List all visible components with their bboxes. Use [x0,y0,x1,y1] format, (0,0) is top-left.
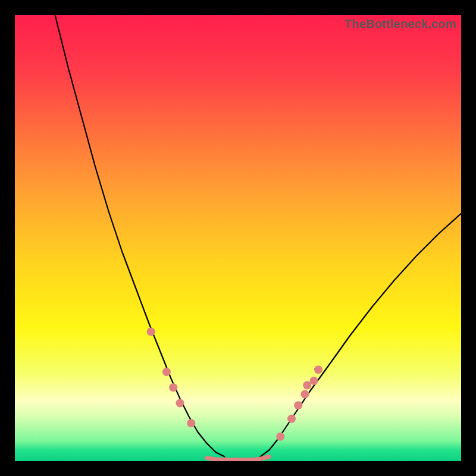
dot-dots-left [176,399,184,408]
chart-svg [15,15,461,461]
watermark-text: TheBottleneck.com [345,17,456,31]
dot-dots-left [147,328,155,336]
dot-dots-left [162,368,171,376]
dot-dots-right [276,433,284,441]
dot-dots-right [294,401,302,409]
dot-dots-right [301,390,309,399]
gradient-background [15,15,461,461]
dot-dots-right [287,415,296,423]
plot-area: TheBottleneck.com [15,15,461,461]
dot-dots-right [314,365,322,374]
outer-frame: TheBottleneck.com [0,0,476,476]
dot-dots-left [169,383,177,392]
dot-dots-right [310,377,318,385]
dot-dots-left [187,419,195,427]
